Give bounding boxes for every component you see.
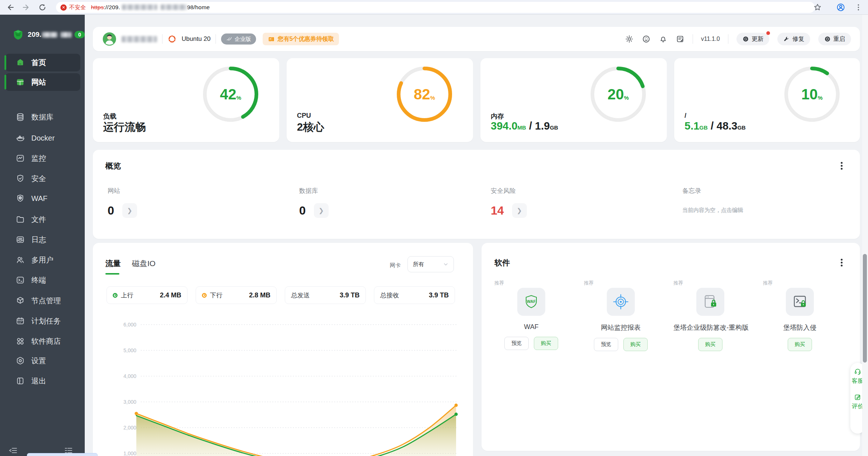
panel-version: v11.1.0 [701,36,720,42]
sidebar-item-nodes[interactable]: 节点管理 [5,292,80,310]
terminal-icon [15,275,25,285]
feedback-memo-icon[interactable] [676,35,685,43]
page-scrollbar-thumb[interactable] [863,254,867,363]
software-item-site-monitor: 推荐 网站监控报表 预览 购买 [584,278,658,351]
disk-status-card[interactable]: / 5.1GB / 48.3GB 10% [674,58,860,142]
notification-bell-icon[interactable] [659,35,668,43]
risk-count: 14 [491,204,504,218]
sidebar: 209. 0 首页 网站 数据库 Docker 监控 [0,15,85,456]
censored-username [122,36,157,42]
censored-server-1 [42,32,57,38]
panel-logo-icon [13,28,24,42]
sidebar-item-waf[interactable]: WAF [5,190,80,207]
tamper-proof-buy-button[interactable]: 购买 [698,338,722,351]
sidebar-item-monitor[interactable]: 监控 [5,149,80,167]
sites-chevron-button[interactable]: ❯ [122,203,137,218]
collapse-sidebar-icon[interactable] [8,446,18,455]
page-scrollbar-track[interactable] [862,15,868,456]
notification-count-badge[interactable]: 0 [74,31,85,38]
sidebar-item-docker[interactable]: Docker [5,129,80,147]
sidebar-item-files[interactable]: 文件 [5,211,80,228]
stat-value: 运行流畅 [103,120,146,135]
update-button[interactable]: 更新 [736,33,769,45]
divider [162,34,162,44]
edition-badge[interactable]: 企业版 [221,33,256,45]
ubuntu-logo-icon [168,35,176,43]
gauge-value: 10% [783,65,841,124]
waf-buy-button[interactable]: 购买 [534,337,558,350]
forward-icon[interactable] [21,3,30,12]
reload-icon[interactable] [38,3,47,12]
header-bar: Ubuntu 20 企业版 您有5个优惠券待领取 v11.1.0 更新 修复 重… [93,27,860,51]
cpu-status-card[interactable]: CPU 2核心 82% [287,58,473,142]
risks-chevron-button[interactable]: ❯ [512,203,527,218]
memo-placeholder[interactable]: 当前内容为空，点击编辑 [682,207,743,213]
divider [216,34,216,44]
sidebar-item-cron[interactable]: 计划任务 [5,312,80,330]
sidebar-item-multiuser[interactable]: 多用户 [5,251,80,269]
waf-shield-icon [15,194,25,203]
waf-preview-button[interactable]: 预览 [504,337,529,350]
sidebar-item-website[interactable]: 网站 [5,73,80,91]
censored-server-2 [60,32,71,38]
sidebar-item-settings[interactable]: 设置 [5,352,80,370]
intrusion-icon[interactable] [786,288,814,316]
stat-value: 2核心 [297,120,324,135]
memory-status-card[interactable]: 内存 394.0MB / 1.9GB 20% [480,58,667,142]
traffic-card: 流量 磁盘IO 网卡 所有 上行2.4 MB 下行2.8 MB 总发送3.9 T… [93,243,473,456]
divider [728,34,728,44]
sidebar-item-home[interactable]: 首页 [5,54,80,71]
software-item-waf: 推荐 WAF WAF 预览 购买 [494,278,568,350]
waf-app-icon[interactable]: WAF [517,288,545,316]
url-bar[interactable]: ✕ 不安全 https://209. 98/home [56,2,815,13]
url-text: https://209. 98/home [91,4,210,11]
restart-button[interactable]: 重启 [818,33,851,45]
coupon-notice[interactable]: 您有5个优惠券待领取 [263,33,339,45]
browser-menu-icon[interactable] [854,3,863,12]
node-cube-icon [15,296,25,305]
sidebar-item-security[interactable]: 安全 [5,170,80,187]
theme-sun-icon[interactable] [625,35,634,43]
website-icon [15,77,25,87]
skin-palette-icon[interactable] [642,35,651,43]
overview-card: 概览 网站 0 ❯ 数据库 0 ❯ 安全风险 14 ❯ 备忘录 [93,150,860,239]
software-menu-icon[interactable] [841,258,843,268]
tab-disk-io[interactable]: 磁盘IO [132,258,155,269]
sidebar-item-terminal[interactable]: 终端 [5,271,80,289]
sidebar-item-exit[interactable]: 退出 [5,372,80,390]
tamper-proof-icon[interactable] [696,288,724,316]
overview-menu-icon[interactable] [841,161,843,171]
nic-label: 网卡 [390,262,401,269]
censored-url-1 [122,4,157,10]
databases-chevron-button[interactable]: ❯ [314,203,329,218]
intrusion-buy-button[interactable]: 购买 [788,338,812,351]
sidebar-item-database[interactable]: 数据库 [5,108,80,126]
sidebar-item-logs[interactable]: 日志 [5,231,80,248]
app-store-icon [15,336,25,346]
stat-label: / [685,112,686,120]
site-monitor-icon[interactable] [607,288,635,316]
sidebar-item-appstore[interactable]: 软件商店 [5,332,80,350]
back-icon[interactable] [6,3,15,12]
panel-logo-row[interactable]: 209. 0 [0,26,85,43]
tab-traffic[interactable]: 流量 [105,258,121,269]
security-chip[interactable]: 不安全 [69,4,86,11]
repair-button[interactable]: 修复 [777,33,810,45]
svg-text:5,000: 5,000 [123,347,136,353]
headset-icon [854,368,861,375]
gauge-value: 82% [395,65,454,124]
load-status-card[interactable]: 负载 运行流畅 42% [93,58,279,142]
browser-profile-icon[interactable] [836,3,845,12]
restart-icon [824,36,831,42]
logs-icon [15,235,25,244]
site-monitor-preview-button[interactable]: 预览 [594,338,618,351]
downstream-stat: 下行2.8 MB [196,286,277,304]
nic-select[interactable]: 所有 [407,256,454,272]
exit-icon [15,376,25,386]
database-icon [15,112,25,122]
site-monitor-buy-button[interactable]: 购买 [623,338,648,351]
stat-label: CPU [297,112,311,120]
user-avatar[interactable] [102,32,116,46]
bookmark-star-icon[interactable] [813,3,822,12]
censored-url-2 [161,4,187,10]
